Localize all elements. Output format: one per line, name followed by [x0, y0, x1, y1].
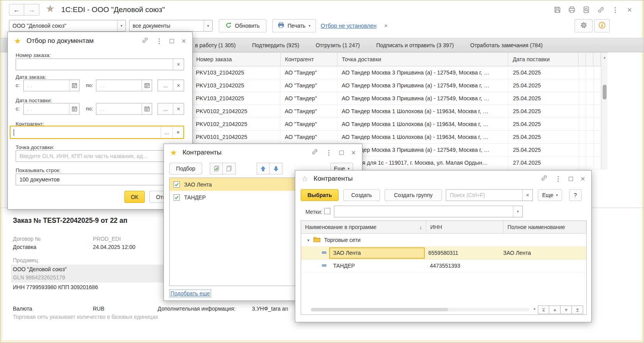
more-menu-icon[interactable]: ⋮ [555, 176, 561, 182]
uncheck-all-icon[interactable] [223, 163, 236, 174]
calendar-icon[interactable] [69, 80, 79, 91]
maximize-icon[interactable] [569, 177, 573, 181]
check-all-icon[interactable] [210, 163, 223, 174]
favorite-star-icon[interactable]: ★ [14, 36, 21, 46]
delivery-date-from-field[interactable]: . . [23, 103, 80, 115]
create-button[interactable]: Создать [343, 189, 380, 201]
back-button[interactable]: ← [9, 4, 24, 16]
calendar-icon[interactable] [142, 103, 152, 114]
table-row[interactable]: PKV103_21042025 АО "Тандер" АО Тандер Мо… [192, 79, 607, 92]
table-row[interactable]: ТАНДЕР 4473551393 [301, 259, 586, 272]
scroll-up-icon[interactable]: ▲ [603, 56, 606, 59]
favorite-star-icon[interactable]: ★ [170, 148, 177, 157]
more-menu-button[interactable]: Еще▾ [538, 189, 562, 201]
group-row[interactable]: ▾ Торговые сети [301, 234, 586, 247]
search-input[interactable]: Поиск (Ctrl+F) [446, 190, 522, 201]
go-next-icon[interactable] [561, 306, 572, 314]
column-header-full-name[interactable]: Полное наименование [504, 221, 586, 233]
filter-clear-icon[interactable]: × [384, 22, 388, 29]
column-header-name[interactable]: Наименование в программе ↓ [301, 221, 426, 233]
link-icon[interactable] [597, 6, 605, 14]
scrollbar-thumb[interactable] [603, 85, 607, 100]
dropdown-icon[interactable]: ▾ [513, 206, 522, 217]
clear-icon[interactable]: × [522, 190, 532, 201]
pick-button[interactable]: Подбор [169, 163, 202, 174]
table-row[interactable]: PKV103_21042025 АО "Тандер" АО Тандер Мо… [192, 66, 607, 79]
tab-confirm[interactable]: Подтвердить (925) [252, 42, 299, 48]
order-date-to-input[interactable]: . . [96, 80, 142, 91]
table-row[interactable]: PKV103_21042025 АО "Тандер" АО Тандер Мо… [192, 92, 607, 105]
create-group-button[interactable]: Создать группу [385, 189, 442, 201]
more-menu-icon[interactable]: ⋮ [156, 38, 162, 44]
counterparties-dialog-titlebar[interactable]: ☆ Контрагенты ⋮ × [295, 171, 591, 187]
table-row-selected[interactable]: ЗАО Лента 6559580311 ЗАО Лента [301, 247, 586, 259]
favorite-star-icon[interactable]: ★ [46, 3, 55, 15]
clear-icon[interactable]: × [173, 103, 184, 114]
ellipsis-button[interactable]: ... [158, 103, 173, 114]
go-first-icon[interactable] [538, 306, 549, 314]
column-header-delivery-date[interactable]: Дата поставки [508, 53, 578, 66]
order-date-to-field[interactable]: . . [96, 80, 152, 91]
documents-filter-select[interactable]: все документы ▾ [129, 20, 213, 32]
column-header-counterparty[interactable]: Контрагент [281, 53, 338, 66]
move-down-icon[interactable] [270, 163, 282, 174]
order-date-from-input[interactable]: . . [24, 80, 69, 91]
search-field[interactable]: Поиск (Ctrl+F) × [446, 189, 533, 201]
rows-count-field[interactable]: 100 документов [16, 174, 184, 185]
go-previous-icon[interactable] [549, 306, 561, 314]
checkbox-checked-icon[interactable] [174, 194, 180, 201]
info-button[interactable]: i [594, 19, 610, 32]
delivery-date-to-field[interactable]: . . [96, 103, 152, 115]
ellipsis-button[interactable]: ... [158, 80, 173, 91]
favorite-star-outline-icon[interactable]: ☆ [302, 174, 308, 183]
tags-select[interactable]: ▾ [334, 206, 523, 217]
delivery-point-field[interactable]: Введите GLN, ИНН, КПП или часть названия… [16, 150, 184, 162]
clear-icon[interactable]: × [173, 59, 184, 70]
calendar-icon[interactable] [142, 80, 152, 91]
clear-icon[interactable]: × [172, 126, 183, 138]
refresh-button[interactable]: Обновить [219, 19, 266, 32]
go-last-icon[interactable] [572, 306, 583, 314]
settings-button[interactable] [575, 19, 593, 32]
table-row[interactable]: PKV0101_21042025 АО "Тандер" АО Тандер М… [192, 131, 607, 144]
counterparty-input[interactable] [11, 126, 161, 138]
table-vertical-scrollbar[interactable]: ▲ [601, 53, 607, 169]
close-icon[interactable]: × [351, 149, 356, 156]
maximize-icon[interactable] [170, 39, 174, 43]
delivery-point-input[interactable]: Введите GLN, ИНН, КПП или часть названия… [16, 151, 184, 162]
link-icon[interactable] [541, 175, 547, 183]
close-icon[interactable]: × [580, 175, 585, 183]
select-button[interactable]: Выбрать [301, 189, 339, 201]
filter-status-link[interactable]: Отбор не установлен [321, 23, 376, 29]
link-icon[interactable] [312, 149, 318, 156]
tab-to-work[interactable]: в работу (1 305) [195, 42, 236, 48]
print-icon[interactable] [568, 6, 576, 14]
checkbox-checked-icon[interactable] [174, 181, 180, 188]
tags-checkbox[interactable] [324, 208, 330, 214]
column-header-order-number[interactable]: Номер заказа [192, 53, 281, 66]
forward-button[interactable]: → [24, 4, 39, 16]
table-row[interactable]: PKV0102_21042025 АО "Тандер" АО Тандер М… [192, 105, 607, 118]
delivery-date-to-input[interactable]: . . [96, 103, 142, 114]
scrollbar-thumb[interactable] [311, 308, 448, 311]
table-row[interactable]: PKV0102_21042025 АО "Тандер" АО Тандер М… [192, 118, 607, 131]
ellipsis-button[interactable]: ... [161, 126, 172, 138]
column-header-inn[interactable]: ИНН [426, 221, 504, 233]
filter-dialog-titlebar[interactable]: ★ Отбор по документам ⋮ × [8, 32, 192, 50]
save-icon[interactable] [554, 6, 561, 14]
column-header-delivery-point[interactable]: Точка доставки [337, 53, 508, 66]
name-cell-active[interactable]: ЗАО Лента [329, 247, 425, 259]
calendar-icon[interactable] [69, 103, 79, 114]
rows-count-value[interactable]: 100 документов [16, 174, 184, 185]
clear-icon[interactable]: × [173, 80, 184, 91]
horizontal-scrollbar[interactable] [311, 308, 529, 311]
order-number-field[interactable]: × [16, 59, 184, 70]
scroll-right-icon[interactable]: ► [533, 307, 536, 311]
dropdown-icon[interactable]: ▾ [204, 20, 212, 31]
ok-button[interactable]: ОК [124, 191, 145, 203]
tab-sign-send[interactable]: Подписать и отправить (3 397) [376, 42, 454, 48]
close-icon[interactable]: × [181, 37, 186, 45]
more-menu-icon[interactable]: ⋮ [325, 149, 332, 156]
delivery-date-from-input[interactable]: . . [24, 103, 69, 114]
help-button[interactable]: ? [569, 189, 582, 201]
